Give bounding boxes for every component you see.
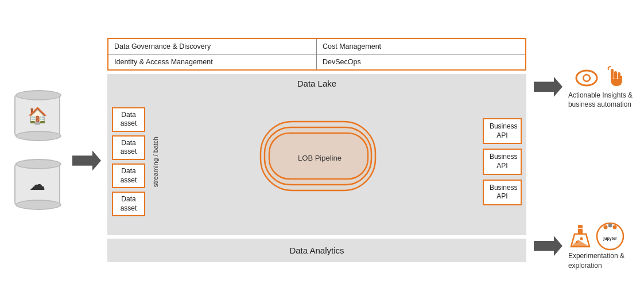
experimentation-icons-group: jupyter Experimentation & exploration <box>568 221 624 271</box>
experimentation-arrow <box>534 236 562 256</box>
cylinder-top-2 <box>15 159 61 169</box>
touch-icon <box>605 64 626 88</box>
experimentation-text: Experimentation & exploration <box>568 251 624 271</box>
experimentation-text-line1: Experimentation & <box>568 252 624 260</box>
lob-pipeline-area: LOB Pipeline <box>166 116 476 208</box>
business-api-column: BusinessAPI BusinessAPI BusinessAPI <box>483 118 522 205</box>
svg-rect-10 <box>618 72 620 79</box>
svg-point-18 <box>603 225 607 229</box>
svg-text:jupyter: jupyter <box>603 236 617 241</box>
pipeline-visual: LOB Pipeline <box>258 116 384 208</box>
eye-gear-icon <box>575 64 603 88</box>
block-arrow-1 <box>72 151 101 171</box>
governance-cell-4: DevSecOps <box>317 54 525 69</box>
api-box-3: BusinessAPI <box>483 180 522 205</box>
governance-cell-2: Cost Management <box>317 39 525 54</box>
center-block: Data Governance & Discovery Cost Managem… <box>107 38 526 262</box>
svg-point-19 <box>608 223 612 227</box>
source-to-center-arrow <box>72 151 101 173</box>
data-lake-area: Data Lake Dataasset Dataasset Dataasset … <box>107 74 526 235</box>
svg-point-15 <box>580 237 583 240</box>
svg-point-14 <box>576 241 578 243</box>
svg-rect-8 <box>611 69 614 79</box>
data-lake-content: Dataasset Dataasset Dataasset Dataasset … <box>112 93 522 231</box>
flask-icon <box>570 224 591 249</box>
insights-text-line1: Actionable Insights & <box>568 91 633 99</box>
insights-icons-group: Actionable Insights & business automatio… <box>568 64 633 110</box>
data-asset-1: Dataasset <box>112 107 145 132</box>
actionable-insights-section: Actionable Insights & business automatio… <box>534 64 633 110</box>
cylinder-body-2: ☁ <box>14 163 60 206</box>
cylinder-top-1 <box>15 90 61 100</box>
data-lake-title: Data Lake <box>112 79 522 88</box>
experimentation-section: jupyter Experimentation & exploration <box>534 221 633 271</box>
streaming-label: streaming / batch <box>152 137 159 187</box>
governance-cell-3: Identity & Access Management <box>108 54 317 69</box>
insights-text-line2: business automation <box>568 100 631 108</box>
cylinder-body-1: 🏠 <box>14 94 60 137</box>
diagram-container: 🏠 ☁ Data Governance & Discovery Cost Man… <box>0 0 644 300</box>
data-asset-4: Dataasset <box>112 192 145 216</box>
jupyter-svg: jupyter <box>595 221 625 251</box>
svg-text:LOB Pipeline: LOB Pipeline <box>298 154 342 162</box>
db-cylinder-2: ☁ <box>11 156 63 213</box>
insights-icons <box>575 64 626 88</box>
house-icon: 🏠 <box>28 106 48 125</box>
data-assets-column: Dataasset Dataasset Dataasset Dataasset <box>112 107 145 217</box>
experimentation-text-line2: exploration <box>568 262 602 270</box>
svg-rect-9 <box>614 71 617 79</box>
insights-arrow <box>534 77 562 97</box>
api-box-1: BusinessAPI <box>483 118 522 144</box>
data-asset-3: Dataasset <box>112 163 145 188</box>
governance-cell-1: Data Governance & Discovery <box>108 39 317 54</box>
svg-point-6 <box>584 75 589 80</box>
api-box-2: BusinessAPI <box>483 149 522 174</box>
governance-bar: Data Governance & Discovery Cost Managem… <box>107 38 526 71</box>
cylinder-bottom-2 <box>15 200 61 210</box>
svg-marker-13 <box>571 240 589 247</box>
experimentation-icons: jupyter <box>570 221 623 249</box>
db-cylinder-1: 🏠 <box>11 87 63 145</box>
analytics-bar: Data Analytics <box>107 239 526 262</box>
data-asset-2: Dataasset <box>112 135 145 160</box>
cloud-icon: ☁ <box>29 175 45 194</box>
analytics-title: Data Analytics <box>289 246 344 255</box>
cylinder-bottom-1 <box>15 131 61 141</box>
right-panel: Actionable Insights & business automatio… <box>534 30 633 271</box>
data-sources: 🏠 ☁ <box>11 87 63 213</box>
insights-text: Actionable Insights & business automatio… <box>568 91 633 110</box>
svg-point-20 <box>612 225 616 229</box>
svg-rect-11 <box>578 225 583 234</box>
jupyter-logo: jupyter <box>595 221 623 249</box>
pipeline-svg: LOB Pipeline <box>258 116 384 211</box>
